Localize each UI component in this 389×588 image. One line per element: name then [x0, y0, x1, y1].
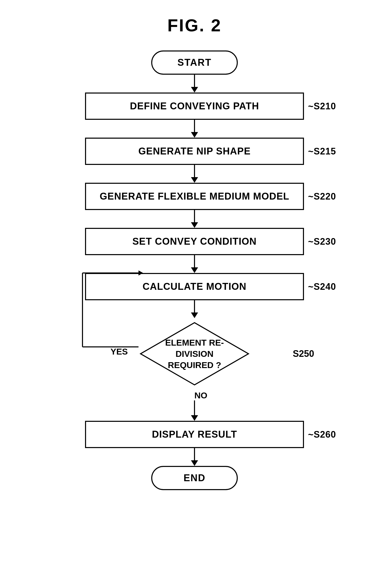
step-label-s240: ~S240 — [308, 281, 336, 292]
arrow-s250-s260 — [191, 400, 198, 421]
diamond-text: ELEMENT RE-DIVISIONREQUIRED ? — [156, 337, 233, 371]
arrow-start-s210 — [191, 75, 198, 93]
start-terminal: START — [151, 50, 238, 75]
step-label-s250: S250 — [293, 348, 314, 359]
step-label-s220: ~S220 — [308, 191, 336, 202]
yes-label: YES — [110, 347, 128, 357]
end-terminal: END — [151, 466, 238, 490]
arrow-s240-s250 — [191, 300, 198, 318]
step-label-s210: ~S210 — [308, 101, 336, 112]
step-label-s230: ~S230 — [308, 236, 336, 247]
step-label-s260: ~S260 — [308, 429, 336, 440]
process-s260: DISPLAY RESULT ~S260 — [85, 421, 304, 448]
process-s210: DEFINE CONVEYING PATH ~S210 — [85, 93, 304, 120]
arrow-s230-s240 — [191, 255, 198, 273]
arrow-s220-s230 — [191, 210, 198, 228]
process-s230: SET CONVEY CONDITION ~S230 — [85, 228, 304, 255]
no-label: NO — [194, 390, 207, 400]
diamond-shape: ELEMENT RE-DIVISIONREQUIRED ? — [138, 321, 251, 387]
process-s215: GENERATE NIP SHAPE ~S215 — [85, 138, 304, 165]
no-branch: NO — [182, 389, 207, 421]
process-s240: CALCULATE MOTION ~S240 — [85, 273, 304, 300]
diamond-s250: ELEMENT RE-DIVISIONREQUIRED ? S250 YES — [131, 318, 258, 389]
arrow-s215-s220 — [191, 165, 198, 183]
step-label-s215: ~S215 — [308, 146, 336, 157]
loop-section: CALCULATE MOTION ~S240 ELEMENT RE-DIVISI… — [54, 255, 335, 421]
process-s220: GENERATE FLEXIBLE MEDIUM MODEL ~S220 — [85, 183, 304, 210]
arrow-s260-end — [191, 448, 198, 466]
page-title: FIG. 2 — [168, 15, 222, 35]
arrow-s210-s215 — [191, 120, 198, 138]
flowchart: START DEFINE CONVEYING PATH ~S210 GENERA… — [54, 50, 335, 490]
